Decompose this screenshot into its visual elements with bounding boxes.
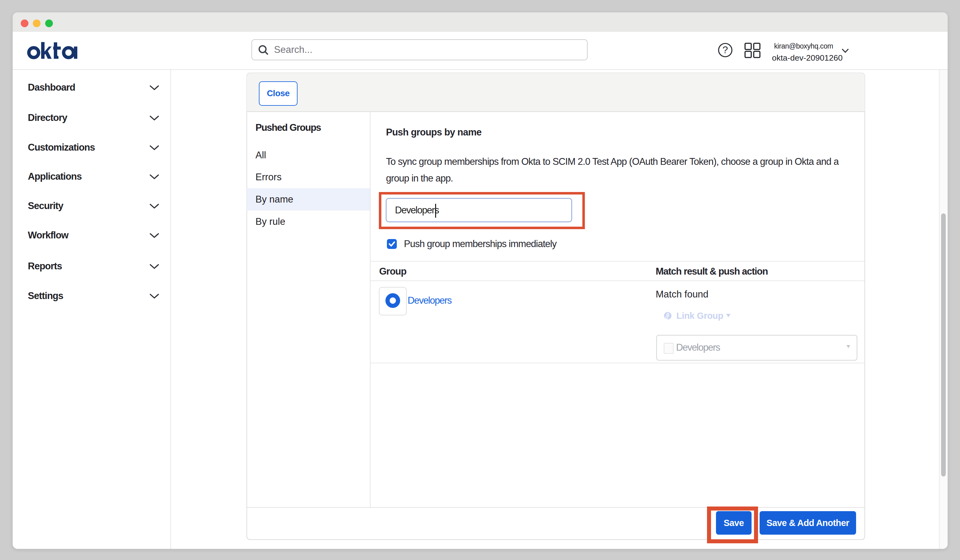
svg-text:?: ? [722, 44, 728, 55]
